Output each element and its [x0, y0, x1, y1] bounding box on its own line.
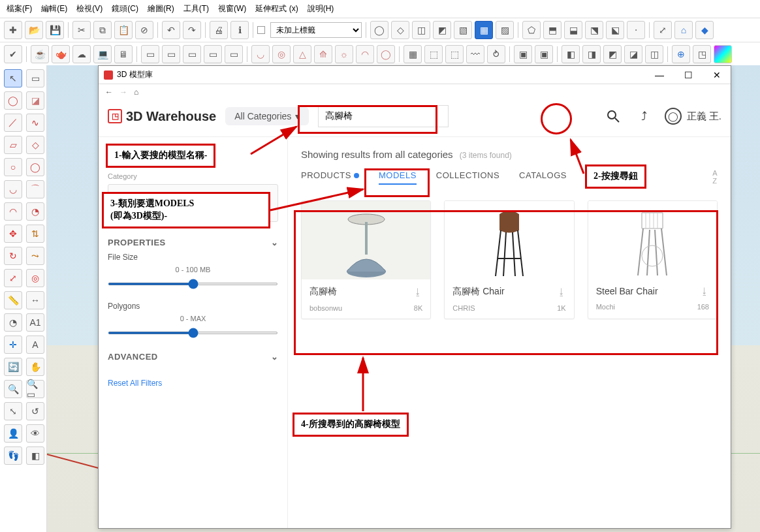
antenna-icon[interactable]: ⟰: [314, 45, 332, 63]
window-3-icon[interactable]: ▭: [183, 45, 201, 63]
swirl-icon[interactable]: ⥁: [487, 45, 505, 63]
tag-select[interactable]: 未加上標籤: [270, 22, 362, 38]
group-sel-icon[interactable]: ▣: [514, 45, 532, 63]
advanced-heading[interactable]: ADVANCED⌄: [108, 352, 278, 362]
render-mode-3-icon[interactable]: ◫: [412, 21, 430, 39]
view-left-icon[interactable]: ⬞: [627, 21, 645, 39]
render-mode-7-icon[interactable]: ▨: [496, 21, 514, 39]
polygons-slider[interactable]: [108, 332, 278, 334]
reset-filters-link[interactable]: Reset All Filters: [108, 379, 278, 388]
validity-icon[interactable]: ✔: [4, 45, 22, 63]
menu-edit[interactable]: 編輯(E): [39, 2, 70, 16]
pan-icon[interactable]: ✋: [26, 358, 44, 376]
group-add-icon[interactable]: ▣: [535, 45, 553, 63]
render-mode-2-icon[interactable]: ◇: [391, 21, 409, 39]
category-dropdown[interactable]: All Categories ▾: [225, 107, 309, 125]
menu-ext[interactable]: 延伸程式 (x): [253, 2, 300, 16]
look-around-icon[interactable]: 👁: [26, 424, 44, 443]
zoom-extents-icon[interactable]: ⤡: [4, 402, 22, 420]
paste-icon[interactable]: 📋: [114, 21, 133, 39]
warehouse-icon[interactable]: ⤢: [654, 21, 672, 39]
menu-camera[interactable]: 鏡頭(C): [109, 2, 141, 16]
sphere-icon[interactable]: ◯: [377, 45, 395, 63]
pie-icon[interactable]: ◔: [26, 202, 44, 221]
cone-icon[interactable]: △: [293, 45, 311, 63]
menu-window[interactable]: 視窗(W): [215, 2, 249, 16]
arc-3-icon[interactable]: ◠: [4, 202, 22, 221]
view-back-icon[interactable]: ⬕: [606, 21, 624, 39]
polygon-tool-icon[interactable]: ◯: [26, 158, 44, 176]
cube-d-icon[interactable]: ◪: [624, 45, 642, 63]
view-front-icon[interactable]: ⬓: [564, 21, 582, 39]
sort-toggle[interactable]: A Z: [712, 169, 718, 185]
globe-icon[interactable]: ⊕: [672, 45, 690, 63]
cloud-icon[interactable]: ☁: [72, 45, 91, 63]
kettle-icon[interactable]: 🫖: [52, 45, 70, 63]
box3d-2-icon[interactable]: ⬚: [445, 45, 464, 63]
arc-1-icon[interactable]: ◡: [4, 180, 22, 198]
3dtext-icon[interactable]: A: [26, 336, 44, 354]
wave-icon[interactable]: 〰: [466, 45, 484, 63]
monitor-icon[interactable]: 🖥: [114, 45, 133, 63]
upload-button[interactable]: ⤴: [633, 105, 656, 127]
teapot-icon[interactable]: ☕: [31, 45, 49, 63]
view-right-icon[interactable]: ⬔: [585, 21, 603, 39]
position-camera-icon[interactable]: 👤: [4, 424, 22, 443]
save-file-icon[interactable]: 💾: [46, 21, 64, 39]
lasso-icon[interactable]: ◯: [4, 91, 22, 110]
menu-view[interactable]: 檢視(V): [74, 2, 105, 16]
window-4-icon[interactable]: ▭: [204, 45, 222, 63]
tab-products[interactable]: PRODUCTS: [301, 170, 359, 184]
circle-tool-icon[interactable]: ○: [4, 158, 22, 176]
color-swatch-icon[interactable]: [714, 45, 732, 63]
win-maximize-button[interactable]: ☐: [680, 70, 697, 80]
win-close-button[interactable]: ✕: [708, 70, 725, 80]
warehouse-titlebar[interactable]: 3D 模型庫 — ☐ ✕: [99, 66, 731, 84]
render-mode-6-icon[interactable]: ▦: [475, 21, 493, 39]
section-icon[interactable]: ◧: [26, 446, 44, 465]
nav-home-icon[interactable]: ⌂: [134, 87, 138, 97]
tab-collections[interactable]: COLLECTIONS: [436, 170, 499, 184]
window-2-icon[interactable]: ▭: [162, 45, 180, 63]
cursor-cube-icon[interactable]: ◳: [693, 45, 711, 63]
freehand-icon[interactable]: ∿: [26, 114, 44, 132]
cube-b-icon[interactable]: ◨: [582, 45, 601, 63]
properties-heading[interactable]: PROPERTIES⌄: [108, 238, 278, 247]
menu-draw[interactable]: 繪圖(R): [145, 2, 177, 16]
render-mode-5-icon[interactable]: ▧: [454, 21, 472, 39]
view-top-icon[interactable]: ⬒: [543, 21, 562, 39]
rot-rect-icon[interactable]: ◇: [26, 136, 44, 154]
followme-icon[interactable]: ⤳: [26, 247, 44, 265]
offset-icon[interactable]: ◎: [26, 269, 44, 287]
menu-file[interactable]: 檔案(F): [4, 2, 35, 16]
window-5-icon[interactable]: ▭: [225, 45, 243, 63]
walk-icon[interactable]: 👣: [4, 446, 22, 465]
pushpull-icon[interactable]: ⇅: [26, 225, 44, 243]
warehouse-logo[interactable]: ◳ 3D Warehouse: [108, 109, 216, 124]
cube-c-icon[interactable]: ◩: [603, 45, 622, 63]
rect-tool-icon[interactable]: ▱: [4, 136, 22, 154]
zoom-icon[interactable]: 🔍: [4, 380, 22, 398]
axes-icon[interactable]: ✛: [4, 336, 22, 354]
cube-a-icon[interactable]: ◧: [562, 45, 580, 63]
search-button[interactable]: [602, 105, 624, 127]
box3d-1-icon[interactable]: ⬚: [424, 45, 443, 63]
prev-view-icon[interactable]: ↺: [26, 402, 44, 420]
delete-icon[interactable]: ⊘: [135, 21, 153, 39]
cut-icon[interactable]: ✂: [72, 21, 91, 39]
protractor-icon[interactable]: ◔: [4, 313, 22, 332]
rotate-icon[interactable]: ↻: [4, 247, 22, 265]
grid-icon[interactable]: ▦: [404, 45, 422, 63]
cube-e-icon[interactable]: ◫: [645, 45, 663, 63]
render-mode-4-icon[interactable]: ◩: [433, 21, 451, 39]
laptop-icon[interactable]: 💻: [93, 45, 112, 63]
view-iso-icon[interactable]: ⬠: [522, 21, 541, 39]
copy-icon[interactable]: ⧉: [93, 21, 112, 39]
move-icon[interactable]: ✥: [4, 225, 22, 243]
ring-icon[interactable]: ◎: [272, 45, 291, 63]
dome-icon[interactable]: ◠: [356, 45, 374, 63]
arc-2-icon[interactable]: ⌒: [26, 180, 44, 198]
text-label-icon[interactable]: A1: [26, 313, 44, 332]
dimension-icon[interactable]: ↔: [26, 291, 44, 309]
filesize-slider[interactable]: [108, 283, 278, 285]
